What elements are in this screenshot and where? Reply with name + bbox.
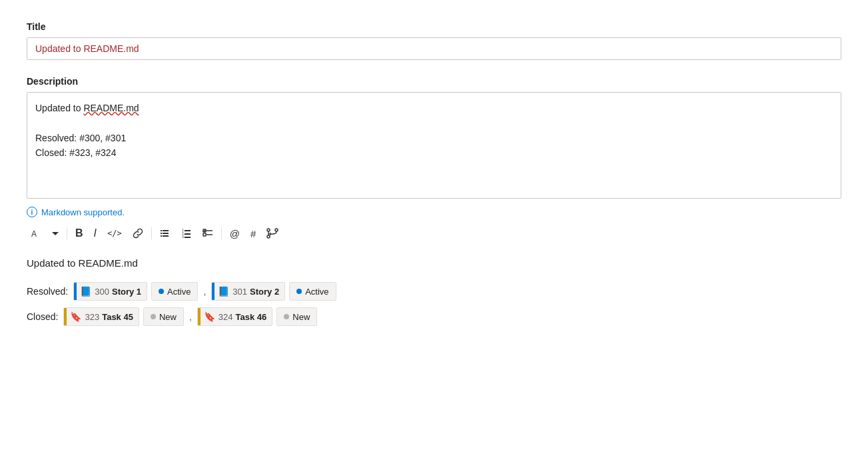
pull-request-icon (266, 228, 278, 239)
story-icon-300: 📘 (77, 286, 95, 297)
title-section: Title (27, 21, 841, 76)
bullet-list-icon (160, 228, 171, 239)
format-text-icon: A (31, 228, 41, 239)
work-item-chip-323[interactable]: 🔖 323 Task 45 (63, 307, 139, 326)
status-chip-300[interactable]: Active (151, 282, 198, 301)
svg-rect-15 (203, 233, 206, 236)
svg-rect-7 (163, 235, 169, 237)
svg-rect-4 (161, 233, 162, 234)
story-icon-301: 📘 (215, 286, 232, 297)
chip-title-301: Story 2 (250, 287, 284, 297)
title-label: Title (27, 21, 841, 32)
work-items-section: Resolved: 📘 300 Story 1 Active , 📘 301 S… (27, 282, 841, 326)
svg-rect-5 (163, 233, 169, 234)
description-label: Description (27, 76, 841, 87)
resolved-row: Resolved: 📘 300 Story 1 Active , 📘 301 S… (27, 282, 841, 301)
status-label-300: Active (167, 287, 191, 297)
status-dot-324 (284, 314, 289, 319)
readme-link: README.md (83, 103, 139, 113)
svg-text:3.: 3. (182, 235, 185, 239)
toolbar-divider-3 (221, 227, 222, 239)
status-label-324: New (292, 312, 310, 322)
checklist-icon (203, 228, 213, 239)
status-chip-301[interactable]: Active (289, 282, 336, 301)
task-icon-324: 🔖 (201, 311, 218, 322)
info-icon: i (27, 207, 37, 217)
work-item-chip-324[interactable]: 🔖 324 Task 46 (197, 307, 272, 326)
separator-1: , (203, 286, 206, 297)
status-label-323: New (159, 312, 177, 322)
format-text-button[interactable]: A (27, 225, 45, 241)
pr-button[interactable] (262, 225, 282, 241)
chip-id-323: 323 (85, 312, 102, 322)
closed-line: Closed: #323, #324 (35, 145, 833, 160)
link-icon (133, 228, 143, 239)
chip-title-324: Task 46 (236, 312, 272, 322)
checklist-button[interactable] (199, 225, 217, 241)
bullet-list-button[interactable] (156, 225, 175, 241)
link-button[interactable] (129, 225, 147, 241)
markdown-note: i Markdown supported. (27, 207, 841, 217)
resolved-line: Resolved: #300, #301 (35, 131, 833, 145)
chevron-down-icon (52, 230, 59, 237)
chip-id-301: 301 (232, 287, 250, 297)
toolbar-divider-2 (151, 227, 152, 239)
markdown-note-text: Markdown supported. (41, 207, 125, 217)
svg-rect-9 (185, 230, 191, 231)
status-dot-301 (296, 289, 302, 294)
format-chevron-button[interactable] (48, 227, 63, 239)
status-dot-323 (151, 314, 156, 319)
svg-point-19 (275, 229, 278, 231)
svg-rect-6 (161, 235, 162, 237)
description-toolbar: A B I </> 1. 2. 3. (27, 223, 841, 244)
description-section: Description Updated to README.md Resolve… (27, 76, 841, 199)
status-dot-300 (159, 289, 164, 294)
preview-text: Updated to README.md (27, 257, 841, 269)
chip-id-300: 300 (95, 287, 112, 297)
description-textarea[interactable]: Updated to README.md Resolved: #300, #30… (27, 92, 841, 199)
svg-rect-11 (185, 233, 191, 235)
toolbar-divider-1 (67, 227, 67, 239)
status-label-301: Active (305, 287, 328, 297)
svg-point-20 (267, 235, 270, 238)
mention-button[interactable]: @ (226, 226, 244, 241)
svg-rect-13 (185, 237, 191, 238)
italic-button[interactable]: I (90, 225, 101, 241)
svg-marker-1 (52, 232, 59, 235)
numbered-list-button[interactable]: 1. 2. 3. (177, 225, 196, 241)
status-chip-323[interactable]: New (143, 307, 184, 326)
separator-2: , (189, 311, 192, 322)
bold-button[interactable]: B (71, 225, 87, 241)
svg-rect-3 (163, 230, 169, 231)
hash-button[interactable]: # (246, 226, 260, 241)
closed-row: Closed: 🔖 323 Task 45 New , 🔖 324 Task 4… (27, 307, 841, 326)
status-chip-324[interactable]: New (276, 307, 317, 326)
chip-title-323: Task 45 (102, 312, 139, 322)
chip-id-324: 324 (218, 312, 236, 322)
task-icon-323: 🔖 (67, 311, 85, 322)
svg-point-18 (267, 229, 270, 231)
svg-rect-2 (161, 230, 162, 231)
numbered-list-icon: 1. 2. 3. (181, 228, 192, 239)
chip-title-300: Story 1 (112, 287, 147, 297)
title-input[interactable] (27, 37, 841, 60)
work-item-chip-300[interactable]: 📘 300 Story 1 (73, 282, 147, 301)
closed-label: Closed: (27, 311, 58, 322)
resolved-label: Resolved: (27, 286, 68, 297)
work-item-chip-301[interactable]: 📘 301 Story 2 (211, 282, 285, 301)
svg-text:A: A (31, 229, 37, 239)
code-button[interactable]: </> (103, 227, 126, 240)
